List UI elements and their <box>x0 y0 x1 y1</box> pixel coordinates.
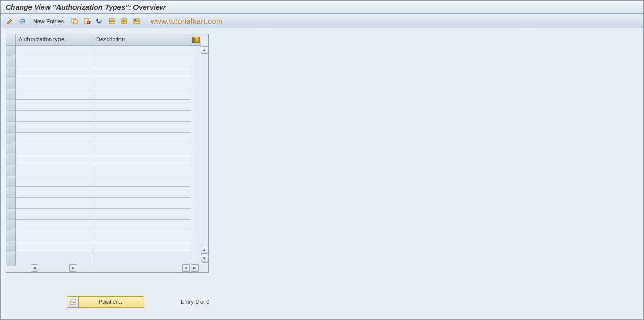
cell-description[interactable] <box>93 154 191 165</box>
row-selector[interactable] <box>6 230 16 241</box>
cell-auth-type[interactable] <box>16 89 93 100</box>
table-row <box>6 89 200 100</box>
row-selector[interactable] <box>6 78 16 89</box>
cell-description[interactable] <box>93 241 191 252</box>
row-selector[interactable] <box>6 46 16 56</box>
row-selector[interactable] <box>6 100 16 111</box>
svg-rect-13 <box>122 19 127 24</box>
table-row <box>6 143 200 154</box>
cell-auth-type[interactable] <box>16 100 93 111</box>
cell-description[interactable] <box>93 176 191 187</box>
toggle-display-change-icon[interactable] <box>5 16 15 26</box>
table-row-spacer <box>6 252 200 263</box>
row-selector[interactable] <box>6 154 16 165</box>
cell-description[interactable] <box>93 67 191 78</box>
row-selector[interactable] <box>6 122 16 133</box>
cell-auth-type[interactable] <box>16 187 93 198</box>
cell-auth-type[interactable] <box>16 133 93 143</box>
cell-auth-type[interactable] <box>16 220 93 230</box>
table-row <box>6 111 200 122</box>
cell-auth-type[interactable] <box>16 154 93 165</box>
column-header-description[interactable]: Description <box>93 34 191 46</box>
row-selector[interactable] <box>6 209 16 220</box>
table-row <box>6 122 200 133</box>
scroll-down-button[interactable]: ▲ <box>201 246 208 254</box>
new-entries-button[interactable]: New Entries <box>29 17 67 26</box>
cell-auth-type[interactable] <box>16 241 93 252</box>
row-selector[interactable] <box>6 198 16 209</box>
cell-description[interactable] <box>93 133 191 143</box>
svg-rect-12 <box>110 21 114 22</box>
cell-description[interactable] <box>93 111 191 122</box>
row-selector[interactable] <box>6 133 16 143</box>
cell-auth-type[interactable] <box>16 122 93 133</box>
svg-rect-4 <box>73 20 77 24</box>
cell-auth-type[interactable] <box>16 143 93 154</box>
svg-rect-20 <box>134 19 136 21</box>
hscroll-right-button-2[interactable]: ► <box>191 264 199 272</box>
position-button[interactable]: Position... <box>67 296 144 308</box>
undo-icon[interactable] <box>94 16 104 26</box>
vertical-scrollbar: ▲ ▲ ▼ <box>200 46 208 263</box>
row-selector[interactable] <box>6 176 16 187</box>
cell-description[interactable] <box>93 122 191 133</box>
status-row: Position... Entry 0 of 0 <box>67 296 638 308</box>
title-bar: Change View "Authorization Types": Overv… <box>1 1 643 14</box>
column-header-auth-type[interactable]: Authorization type <box>16 34 93 46</box>
row-selector[interactable] <box>6 165 16 176</box>
table-row <box>6 133 200 143</box>
cell-description[interactable] <box>93 187 191 198</box>
row-selector[interactable] <box>6 143 16 154</box>
cell-description[interactable] <box>93 198 191 209</box>
cell-description[interactable] <box>93 89 191 100</box>
find-icon[interactable] <box>17 16 27 26</box>
cell-auth-type[interactable] <box>16 67 93 78</box>
delete-icon[interactable] <box>82 16 92 26</box>
row-selector[interactable] <box>6 111 16 122</box>
cell-description[interactable] <box>93 46 191 56</box>
cell-auth-type[interactable] <box>16 46 93 56</box>
cell-auth-type[interactable] <box>16 230 93 241</box>
grid-select-all-header[interactable] <box>6 34 16 46</box>
copy-icon[interactable] <box>69 16 80 26</box>
row-selector[interactable] <box>6 220 16 230</box>
scroll-down-button-2[interactable]: ▼ <box>201 255 208 263</box>
row-selector[interactable] <box>6 252 16 266</box>
cell-description[interactable] <box>93 209 191 220</box>
table-row <box>6 67 200 78</box>
cell-auth-type[interactable] <box>16 111 93 122</box>
deselect-all-icon[interactable] <box>131 16 142 26</box>
row-selector[interactable] <box>6 56 16 67</box>
cell-description[interactable] <box>93 220 191 230</box>
app-toolbar: New Entries www.tutorialkart.com <box>1 14 643 28</box>
table-row <box>6 198 200 209</box>
cell-auth-type[interactable] <box>16 165 93 176</box>
hscroll-left-button[interactable]: ◄ <box>31 264 38 272</box>
table-settings-button[interactable] <box>191 34 201 46</box>
cell-description[interactable] <box>93 230 191 241</box>
select-all-icon[interactable] <box>107 16 117 26</box>
content-area: Authorization type Description ▲ ▲ ▼ ◄ ► <box>1 28 643 313</box>
row-selector[interactable] <box>6 241 16 252</box>
scroll-track[interactable] <box>200 54 208 246</box>
cell-description[interactable] <box>93 56 191 67</box>
row-selector[interactable] <box>6 67 16 78</box>
hscroll-right-button[interactable]: ► <box>69 264 77 272</box>
select-block-icon[interactable] <box>119 16 129 26</box>
row-selector[interactable] <box>6 187 16 198</box>
grid-body: ▲ ▲ ▼ <box>6 46 208 263</box>
cell-auth-type[interactable] <box>16 56 93 67</box>
cell-description[interactable] <box>93 100 191 111</box>
svg-rect-23 <box>73 302 75 303</box>
cell-description[interactable] <box>93 143 191 154</box>
cell-auth-type[interactable] <box>16 176 93 187</box>
cell-auth-type[interactable] <box>16 78 93 89</box>
cell-auth-type[interactable] <box>16 209 93 220</box>
scroll-up-button[interactable]: ▲ <box>201 46 208 54</box>
cell-auth-type[interactable] <box>16 198 93 209</box>
cell-description[interactable] <box>93 252 191 266</box>
cell-description[interactable] <box>93 78 191 89</box>
cell-description[interactable] <box>93 165 191 176</box>
row-selector[interactable] <box>6 89 16 100</box>
hscroll-left-button-2[interactable]: ◄ <box>182 264 190 272</box>
